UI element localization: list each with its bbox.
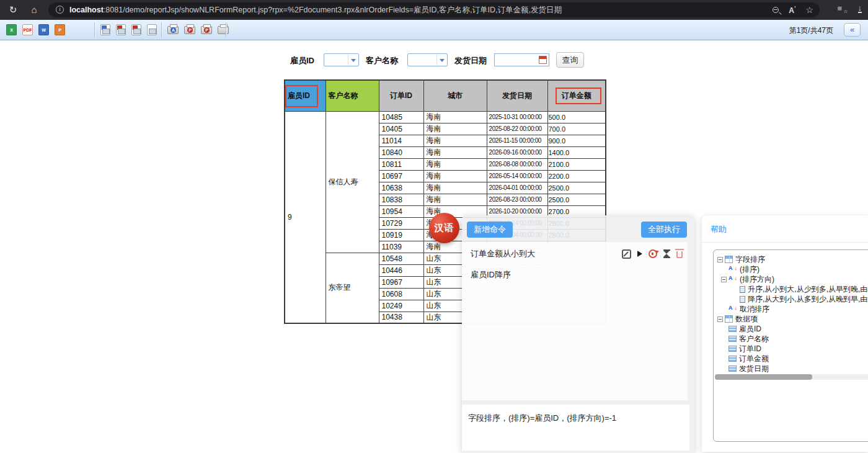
field-icon <box>728 346 737 352</box>
command-panel: 新增命令 全部执行 订单金额从小到大 雇员ID降序 字段排序，(排序)=雇员ID… <box>462 215 694 453</box>
order-id-cell: 10485 <box>379 111 423 123</box>
header-order-id: 订单ID <box>379 80 423 111</box>
ship-date-cell: 2025-10-31 00:00:00 <box>487 111 547 123</box>
zoom-out-icon[interactable] <box>773 7 779 13</box>
ship-date-cell: 2026-08-08 00:00:00 <box>487 158 547 170</box>
sort-icon <box>728 276 737 283</box>
repeat-icon[interactable] <box>649 249 657 258</box>
text-size-icon[interactable]: A <box>789 5 795 15</box>
city-cell: 海南 <box>423 182 487 194</box>
run-icon[interactable] <box>637 251 642 257</box>
amount-cell: 1400.0 <box>547 146 606 158</box>
export-excel-icon[interactable]: X <box>6 24 17 35</box>
order-id-cell: 11039 <box>379 241 423 253</box>
tree-node[interactable]: 客户名称 <box>717 334 868 344</box>
tree-node-label: 取消排序 <box>740 304 769 314</box>
ship-date-cell: 2026-04-01 00:00:00 <box>487 182 547 194</box>
preview-print-server-icon[interactable] <box>147 24 157 35</box>
help-tree: 字段排序(排序)(排序方向)升序,从小到大,从少到多,从早到晚,由小降序,从大到… <box>717 254 868 374</box>
tree-node[interactable]: 订单金额 <box>717 354 868 364</box>
order-id-cell: 10638 <box>379 182 423 194</box>
command-row[interactable]: 订单金额从小到大 <box>462 243 688 264</box>
order-id-cell: 10697 <box>379 170 423 182</box>
tree-node[interactable]: 数据项 <box>717 314 868 324</box>
city-cell: 海南 <box>423 170 487 182</box>
employee-id-cell: 9 <box>285 111 326 323</box>
tree-node-label: (排序) <box>740 264 760 274</box>
command-list: 订单金额从小到大 雇员ID降序 <box>462 242 688 400</box>
tree-node[interactable]: 订单ID <box>717 344 868 354</box>
print-flash-icon[interactable]: A <box>167 26 179 34</box>
tree-node-label: 客户名称 <box>739 334 769 344</box>
sort-icon <box>728 266 737 273</box>
screen: ↻ ⌂ i localhost:8081/demo/reportJsp/show… <box>0 0 868 453</box>
doc-icon <box>740 286 745 293</box>
scrollbar-thumb[interactable] <box>715 374 812 380</box>
tree-node-label: 订单金额 <box>739 354 769 364</box>
downloads-icon[interactable]: ↓ <box>858 4 862 13</box>
collapse-expander-icon[interactable] <box>717 316 723 322</box>
export-pdf-icon[interactable]: PDF <box>22 24 33 35</box>
header-city: 城市 <box>423 80 487 111</box>
execute-all-button[interactable]: 全部执行 <box>641 222 687 238</box>
amount-cell: 2500.0 <box>547 194 606 205</box>
hourglass-icon[interactable] <box>663 249 670 258</box>
print-applet-icon[interactable]: P <box>201 26 212 34</box>
language-badge[interactable]: 汉语 <box>429 213 459 243</box>
url-host: localhost <box>69 6 104 14</box>
delete-icon[interactable] <box>676 251 683 258</box>
tab-help[interactable]: 帮助 <box>711 224 727 235</box>
tree-node[interactable]: (排序) <box>717 264 868 274</box>
tree-node[interactable]: 字段排序 <box>717 254 868 264</box>
tree-node[interactable]: 降序,从大到小,从多到少,从晚到早,由大 <box>717 294 868 304</box>
city-cell: 海南 <box>423 123 487 135</box>
page-info-icon[interactable]: i <box>56 6 64 14</box>
customer-name-select[interactable] <box>407 53 448 66</box>
print-pdf-icon[interactable]: P <box>184 26 195 34</box>
ship-date-input[interactable] <box>494 53 549 66</box>
amount-cell: 700.0 <box>547 123 606 135</box>
order-id-cell: 10249 <box>379 300 423 312</box>
help-tree-box: 字段排序(排序)(排序方向)升序,从小到大,从少到多,从早到晚,由小降序,从大到… <box>713 249 868 442</box>
address-bar[interactable]: i localhost:8081/demo/reportJsp/showNLRF… <box>48 2 820 17</box>
command-label: 订单金额从小到大 <box>471 249 535 258</box>
order-id-cell: 10838 <box>379 194 423 205</box>
employee-id-label: 雇员ID <box>290 55 314 66</box>
tree-horizontal-scrollbar[interactable] <box>715 374 868 380</box>
city-cell: 海南 <box>423 158 487 170</box>
browser-chrome: ↻ ⌂ i localhost:8081/demo/reportJsp/show… <box>0 0 868 20</box>
tree-node[interactable]: 发货日期 <box>717 364 868 374</box>
url-text: localhost:8081/demo/reportJsp/showNLRFor… <box>69 5 758 16</box>
annotation-box-amount <box>556 87 601 104</box>
preview-print-applet-icon[interactable] <box>131 24 141 35</box>
command-row[interactable]: 雇员ID降序 <box>462 264 688 285</box>
search-button[interactable]: 查询 <box>556 52 584 68</box>
reload-icon[interactable]: ↻ <box>6 4 20 16</box>
tree-node[interactable]: (排序方向) <box>717 274 868 284</box>
order-id-cell: 10811 <box>379 158 423 170</box>
export-ppt-icon[interactable]: P <box>55 24 65 35</box>
tree-node[interactable]: 升序,从小到大,从少到多,从早到晚,由小 <box>717 284 868 294</box>
tree-node[interactable]: 雇员ID <box>717 324 868 334</box>
home-icon[interactable]: ⌂ <box>27 4 41 16</box>
employee-id-select[interactable] <box>324 53 359 66</box>
toolbar-collapse-button[interactable]: « <box>844 23 861 37</box>
order-id-cell: 10608 <box>379 288 423 300</box>
tree-node[interactable]: 取消排序 <box>717 304 868 314</box>
tree-node-label: 降序,从大到小,从多到少,从晚到早,由大 <box>748 294 868 304</box>
collections-icon[interactable] <box>838 4 847 13</box>
table-row: 9保信人寿10485海南2025-10-31 00:00:00500.0 <box>285 111 606 123</box>
header-customer-name: 客户名称 <box>326 80 379 111</box>
new-command-button[interactable]: 新增命令 <box>467 222 513 238</box>
edit-icon[interactable] <box>622 249 631 259</box>
export-word-icon[interactable]: W <box>38 24 49 35</box>
preview-print-flash-icon[interactable] <box>100 24 110 35</box>
command-actions <box>622 243 683 264</box>
favorite-star-icon[interactable]: ☆ <box>805 6 813 14</box>
collapse-expander-icon[interactable] <box>721 277 727 282</box>
grid-icon <box>725 256 733 263</box>
collapse-expander-icon[interactable] <box>717 257 723 262</box>
print-server-icon[interactable] <box>218 26 229 34</box>
preview-print-pdf-icon[interactable] <box>116 24 126 35</box>
calendar-icon[interactable] <box>539 56 547 64</box>
